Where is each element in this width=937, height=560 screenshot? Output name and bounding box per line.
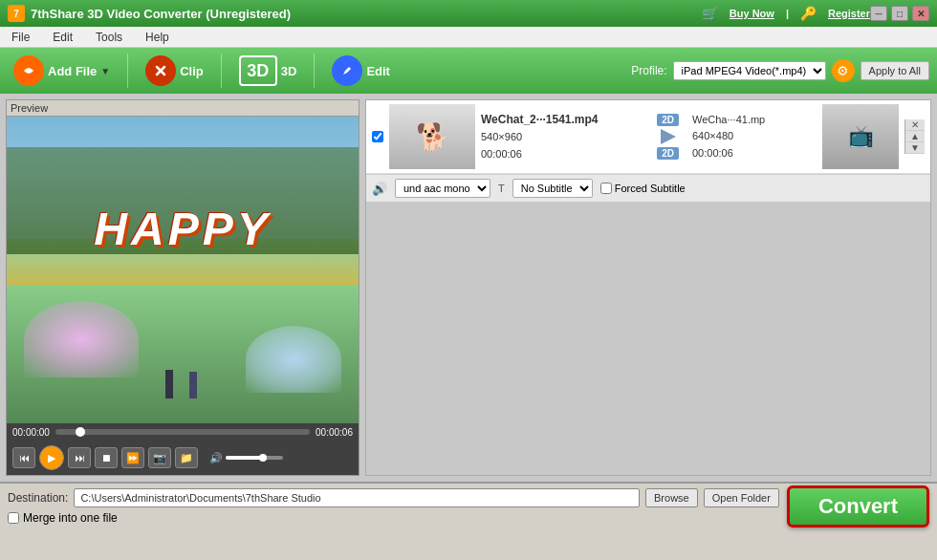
menu-help[interactable]: Help xyxy=(142,29,173,46)
settings-icon[interactable]: ⚙ xyxy=(832,59,855,82)
title-bar: 7 7thShare 3D Video Converter (Unregiste… xyxy=(0,0,937,27)
volume-thumb[interactable] xyxy=(259,454,267,462)
profile-label: Profile: xyxy=(631,64,666,77)
bottom-area: Destination: C:\Users\Administrator\Docu… xyxy=(0,482,937,529)
file-list-empty-area xyxy=(366,202,930,475)
file-panel: 🐕 WeChat_2···1541.mp4 540×960 00:00:06 2… xyxy=(365,99,931,476)
forced-subtitle-label: Forced Subtitle xyxy=(615,183,686,194)
controls-area: ⏮ ▶ ⏭ ⏹ ⏩ 📷 📁 🔊 xyxy=(7,441,359,475)
menu-edit[interactable]: Edit xyxy=(49,29,76,46)
stop-button[interactable]: ⏹ xyxy=(95,447,118,468)
preview-image: HAPPY LIFE xyxy=(7,117,359,423)
arrow-3d: 2D 2D xyxy=(657,114,679,160)
register-link[interactable]: Register xyxy=(828,8,870,19)
profile-select[interactable]: iPad MPEG4 Video(*.mp4) xyxy=(673,61,826,80)
app-title: 7thShare 3D Video Converter (Unregistere… xyxy=(31,7,702,21)
cart-icon: 🛒 xyxy=(702,6,718,21)
scroll-up-button[interactable]: ▲ xyxy=(905,131,925,142)
convert-button-area: Convert xyxy=(787,485,929,528)
menu-file[interactable]: File xyxy=(8,29,33,46)
add-file-icon xyxy=(13,55,44,86)
time-start: 00:00:00 xyxy=(12,427,50,438)
window-controls: ─ □ ✕ xyxy=(870,6,929,21)
browse-button[interactable]: Browse xyxy=(645,488,698,507)
buy-now-link[interactable]: Buy Now xyxy=(730,8,774,19)
toolbar: Add File ▼ Clip 3D 3D Edit Profile: iPad… xyxy=(0,48,937,94)
separator xyxy=(127,54,128,88)
subtitle-select[interactable]: No Subtitle xyxy=(512,179,593,198)
output-thumbnail: 📺 xyxy=(822,104,899,169)
progress-thumb[interactable] xyxy=(76,427,85,437)
open-folder-button[interactable]: Open Folder xyxy=(704,488,779,507)
scroll-down-button[interactable]: ▼ xyxy=(905,142,925,154)
merge-row: Merge into one file xyxy=(8,511,779,525)
time-end: 00:00:06 xyxy=(316,427,353,438)
rewind-button[interactable]: ⏮ xyxy=(12,447,35,468)
close-item-button[interactable]: ✕ xyxy=(905,119,925,131)
play-button[interactable]: ▶ xyxy=(39,445,64,470)
folder-button[interactable]: 📁 xyxy=(175,447,198,468)
volume-area: 🔊 xyxy=(209,452,283,464)
destination-path: C:\Users\Administrator\Documents\7thShar… xyxy=(74,488,640,507)
convert-button[interactable]: Convert xyxy=(787,485,929,528)
next-frame-button[interactable]: ⏩ xyxy=(121,447,144,468)
maximize-button[interactable]: □ xyxy=(891,6,908,21)
file-checkbox[interactable] xyxy=(372,131,383,142)
merge-checkbox[interactable] xyxy=(8,512,19,524)
menu-tools[interactable]: Tools xyxy=(92,29,126,46)
forced-subtitle-checkbox[interactable] xyxy=(600,183,612,194)
add-file-dropdown-icon[interactable]: ▼ xyxy=(100,66,110,76)
merge-label: Merge into one file xyxy=(23,511,118,525)
forced-subtitle-area: Forced Subtitle xyxy=(600,183,686,194)
source-duration: 00:00:06 xyxy=(481,146,643,163)
scroll-buttons: ✕ ▲ ▼ xyxy=(904,119,925,154)
apply-to-all-button[interactable]: Apply to All xyxy=(861,61,929,80)
screenshot-button[interactable]: 📷 xyxy=(148,447,171,468)
conversion-arrow-area: 2D 2D xyxy=(649,114,686,160)
menu-bar: File Edit Tools Help xyxy=(0,27,937,48)
output-thumb-image: 📺 xyxy=(822,104,899,169)
add-file-button[interactable]: Add File ▼ xyxy=(8,52,116,90)
source-thumbnail: 🐕 xyxy=(389,104,475,169)
audio-select[interactable]: und aac mono xyxy=(395,179,490,198)
audio-icon: 🔊 xyxy=(372,182,387,196)
preview-figure1 xyxy=(165,370,173,398)
preview-label: Preview xyxy=(7,100,359,117)
3d-button[interactable]: 3D 3D xyxy=(233,52,303,90)
subtitle-icon: T xyxy=(498,183,505,194)
arrow-right-icon xyxy=(661,129,676,144)
output-resolution: 640×480 xyxy=(692,128,817,145)
title-shop-area: 🛒 Buy Now | 🔑 Register xyxy=(702,6,870,21)
preview-happy-text: HAPPY xyxy=(94,203,271,255)
edit-icon xyxy=(332,55,362,86)
progress-track[interactable] xyxy=(55,429,310,435)
audio-subtitle-row: 🔊 und aac mono T No Subtitle Forced Subt… xyxy=(366,174,930,202)
source-thumb-image: 🐕 xyxy=(389,104,475,169)
output-badge: 2D xyxy=(657,147,679,160)
separator2 xyxy=(221,54,222,88)
preview-figure2 xyxy=(189,372,197,398)
3d-icon: 3D xyxy=(239,55,277,86)
edit-button[interactable]: Edit xyxy=(326,52,396,90)
source-file-info: WeChat_2···1541.mp4 540×960 00:00:06 xyxy=(481,111,643,162)
source-badge: 2D xyxy=(657,114,679,126)
destination-label: Destination: xyxy=(8,491,68,505)
source-filename: WeChat_2···1541.mp4 xyxy=(481,111,643,129)
app-icon: 7 xyxy=(8,5,25,22)
fast-forward-button[interactable]: ⏭ xyxy=(68,447,91,468)
preview-blossom1 xyxy=(24,301,139,377)
clip-icon xyxy=(145,55,176,86)
minimize-button[interactable]: ─ xyxy=(870,6,887,21)
file-list-item: 🐕 WeChat_2···1541.mp4 540×960 00:00:06 2… xyxy=(366,100,930,174)
output-file-info: WeCha···41.mp 640×480 00:00:06 xyxy=(692,112,817,162)
preview-panel: Preview HAPPY LIFE 00:00:00 00:00:06 xyxy=(6,99,360,476)
clip-button[interactable]: Clip xyxy=(140,52,209,90)
close-button[interactable]: ✕ xyxy=(912,6,929,21)
source-resolution: 540×960 xyxy=(481,129,643,146)
volume-track[interactable] xyxy=(226,456,283,460)
main-area: Preview HAPPY LIFE 00:00:00 00:00:06 xyxy=(0,94,937,482)
destination-row: Destination: C:\Users\Administrator\Docu… xyxy=(8,488,779,507)
output-filename: WeCha···41.mp xyxy=(692,112,817,129)
separator3 xyxy=(314,54,315,88)
progress-bar-area: 00:00:00 00:00:06 xyxy=(7,423,359,441)
